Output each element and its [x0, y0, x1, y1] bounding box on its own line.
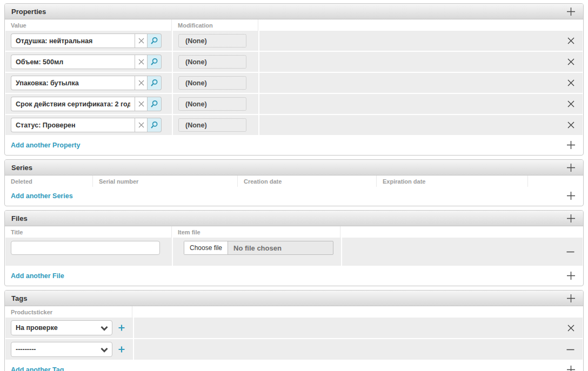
tags-column-headers: Productsticker [5, 306, 583, 318]
value-cell [5, 52, 172, 72]
column-header-empty [132, 306, 583, 318]
property-row: (None) [5, 94, 583, 114]
lookup-icon[interactable] [148, 55, 162, 69]
file-title-input[interactable] [11, 241, 160, 255]
clear-icon[interactable] [135, 33, 148, 48]
property-value-input[interactable] [11, 55, 135, 69]
section-title: Tags [11, 294, 27, 302]
row-actions-cell [259, 115, 583, 135]
add-related-icon[interactable] [118, 325, 125, 331]
modification-cell: (None) [173, 94, 258, 114]
column-header-empty [340, 226, 583, 238]
properties-header: Properties [5, 4, 583, 19]
files-section: Files Title Item file Choose file No fil… [4, 210, 584, 286]
column-header-expiration-date: Expiration date [377, 176, 528, 187]
row-actions-cell [134, 318, 583, 338]
section-title: Series [11, 164, 32, 172]
value-cell [5, 31, 172, 51]
property-value-input[interactable] [11, 76, 135, 90]
row-actions-cell [259, 31, 583, 51]
add-property-link[interactable]: Add another Property [11, 141, 81, 149]
series-column-headers: Deleted Serial number Creation date Expi… [5, 176, 583, 187]
add-icon[interactable] [566, 7, 576, 16]
modification-cell: (None) [173, 31, 258, 51]
add-property-row: Add another Property [5, 136, 583, 155]
value-cell [5, 94, 172, 114]
add-icon[interactable] [566, 140, 576, 150]
row-actions-cell [259, 94, 583, 114]
modification-none-box: (None) [178, 97, 246, 111]
column-header-deleted: Deleted [5, 176, 93, 187]
clear-icon[interactable] [135, 76, 148, 90]
productsticker-select[interactable]: На проверке [11, 320, 112, 335]
file-title-cell [5, 238, 172, 266]
add-tag-link[interactable]: Add another Tag [11, 366, 64, 371]
row-actions-cell [134, 339, 583, 360]
delete-icon[interactable] [567, 122, 574, 129]
add-file-row: Add another File [5, 267, 583, 286]
row-actions-cell [259, 73, 583, 93]
value-cell [5, 115, 172, 135]
property-value-input[interactable] [11, 97, 135, 111]
remove-icon[interactable] [566, 346, 574, 354]
property-row: (None) [5, 115, 583, 135]
property-row: (None) [5, 52, 583, 72]
column-header-creation-date: Creation date [238, 176, 377, 187]
row-actions-cell [342, 238, 583, 266]
add-series-row: Add another Series [5, 187, 583, 206]
modification-none-box: (None) [178, 34, 246, 48]
property-row: (None) [5, 73, 583, 93]
delete-icon[interactable] [567, 58, 574, 65]
tags-section: Tags Productsticker На проверке [4, 290, 584, 371]
clear-icon[interactable] [135, 97, 148, 111]
section-title: Files [11, 214, 28, 222]
properties-section: Properties Value Modification (None) [4, 3, 584, 156]
lookup-icon[interactable] [148, 118, 162, 132]
column-header-title: Title [5, 226, 172, 238]
file-status-text: No file chosen [228, 241, 287, 254]
series-header: Series [5, 160, 583, 176]
delete-icon[interactable] [567, 79, 574, 86]
tag-row: --------- [5, 339, 583, 360]
add-icon[interactable] [566, 163, 576, 172]
property-row: (None) [5, 31, 583, 51]
column-header-empty [258, 19, 583, 31]
add-icon[interactable] [566, 271, 576, 280]
modification-cell: (None) [173, 73, 258, 93]
series-section: Series Deleted Serial number Creation da… [4, 159, 584, 206]
file-input[interactable]: Choose file No file chosen [184, 241, 333, 255]
file-row: Choose file No file chosen [5, 238, 583, 266]
add-icon[interactable] [566, 365, 576, 371]
modification-none-box: (None) [178, 118, 246, 132]
tag-select-cell: На проверке [5, 318, 133, 338]
clear-icon[interactable] [135, 55, 148, 69]
delete-icon[interactable] [567, 37, 574, 44]
files-header: Files [5, 211, 583, 226]
add-file-link[interactable]: Add another File [11, 272, 64, 280]
modification-none-box: (None) [178, 55, 246, 69]
column-header-serial-number: Serial number [93, 176, 238, 187]
choose-file-button[interactable]: Choose file [184, 241, 228, 254]
add-series-link[interactable]: Add another Series [11, 192, 73, 200]
lookup-icon[interactable] [148, 76, 162, 90]
add-icon[interactable] [566, 214, 576, 223]
value-cell [5, 73, 172, 93]
column-header-empty [528, 176, 583, 187]
remove-icon[interactable] [566, 248, 574, 256]
productsticker-select[interactable]: --------- [11, 342, 112, 357]
add-icon[interactable] [566, 294, 576, 303]
clear-icon[interactable] [135, 118, 148, 132]
add-icon[interactable] [566, 191, 576, 200]
add-related-icon[interactable] [118, 346, 125, 353]
modification-cell: (None) [173, 52, 258, 72]
tag-row: На проверке [5, 318, 583, 338]
delete-icon[interactable] [567, 100, 574, 107]
tags-header: Tags [5, 291, 583, 306]
files-column-headers: Title Item file [5, 226, 583, 238]
lookup-icon[interactable] [148, 33, 162, 48]
property-value-input[interactable] [11, 33, 135, 48]
delete-icon[interactable] [567, 325, 574, 332]
tag-select-cell: --------- [5, 339, 133, 360]
lookup-icon[interactable] [148, 97, 162, 111]
property-value-input[interactable] [11, 118, 135, 132]
